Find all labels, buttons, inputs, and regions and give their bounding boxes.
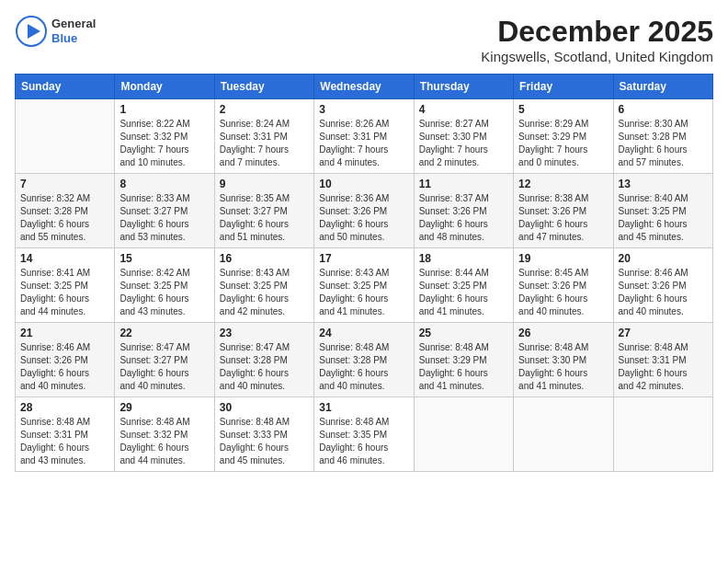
day-number: 17 (319, 252, 408, 265)
calendar-cell: 29Sunrise: 8:48 AM Sunset: 3:32 PM Dayli… (115, 397, 214, 472)
calendar-cell: 9Sunrise: 8:35 AM Sunset: 3:27 PM Daylig… (214, 174, 313, 248)
calendar-cell: 12Sunrise: 8:38 AM Sunset: 3:26 PM Dayli… (514, 174, 613, 248)
calendar-cell: 19Sunrise: 8:45 AM Sunset: 3:26 PM Dayli… (514, 248, 613, 323)
day-number: 7 (20, 178, 109, 190)
day-number: 25 (419, 327, 508, 339)
calendar-header-row: SundayMondayTuesdayWednesdayThursdayFrid… (16, 75, 713, 99)
svg-marker-1 (28, 24, 40, 39)
day-info: Sunrise: 8:48 AM Sunset: 3:28 PM Dayligh… (319, 341, 408, 393)
calendar-cell: 18Sunrise: 8:44 AM Sunset: 3:25 PM Dayli… (414, 248, 513, 323)
weekday-header: Thursday (414, 75, 513, 99)
calendar-cell: 27Sunrise: 8:48 AM Sunset: 3:31 PM Dayli… (613, 323, 712, 397)
day-number: 13 (619, 178, 708, 190)
calendar-cell: 14Sunrise: 8:41 AM Sunset: 3:25 PM Dayli… (16, 248, 115, 323)
day-number: 23 (220, 327, 309, 339)
weekday-header: Tuesday (214, 75, 313, 99)
calendar-cell: 16Sunrise: 8:43 AM Sunset: 3:25 PM Dayli… (214, 248, 313, 323)
calendar-cell: 3Sunrise: 8:26 AM Sunset: 3:31 PM Daylig… (314, 99, 414, 174)
day-number: 31 (319, 401, 408, 414)
calendar-cell: 11Sunrise: 8:37 AM Sunset: 3:26 PM Dayli… (414, 174, 513, 248)
calendar-cell: 7Sunrise: 8:32 AM Sunset: 3:28 PM Daylig… (16, 174, 115, 248)
calendar-cell: 6Sunrise: 8:30 AM Sunset: 3:28 PM Daylig… (613, 99, 712, 174)
day-number: 22 (119, 327, 209, 339)
weekday-header: Sunday (16, 75, 115, 99)
day-number: 6 (619, 103, 708, 116)
calendar-week-row: 1Sunrise: 8:22 AM Sunset: 3:32 PM Daylig… (16, 99, 713, 174)
day-info: Sunrise: 8:41 AM Sunset: 3:25 PM Dayligh… (20, 267, 109, 318)
day-info: Sunrise: 8:38 AM Sunset: 3:26 PM Dayligh… (518, 192, 608, 244)
day-number: 19 (518, 252, 608, 265)
day-info: Sunrise: 8:48 AM Sunset: 3:35 PM Dayligh… (319, 416, 408, 467)
day-number: 26 (518, 327, 608, 339)
calendar-cell: 31Sunrise: 8:48 AM Sunset: 3:35 PM Dayli… (314, 397, 414, 472)
day-number: 12 (518, 178, 608, 190)
day-info: Sunrise: 8:36 AM Sunset: 3:26 PM Dayligh… (319, 192, 408, 244)
month-title: December 2025 (481, 15, 713, 49)
day-number: 14 (20, 252, 109, 265)
weekday-header: Friday (514, 75, 613, 99)
day-info: Sunrise: 8:26 AM Sunset: 3:31 PM Dayligh… (319, 118, 408, 169)
day-info: Sunrise: 8:29 AM Sunset: 3:29 PM Dayligh… (518, 118, 608, 169)
day-info: Sunrise: 8:37 AM Sunset: 3:26 PM Dayligh… (419, 192, 508, 244)
day-number: 20 (619, 252, 708, 265)
day-info: Sunrise: 8:46 AM Sunset: 3:26 PM Dayligh… (619, 267, 708, 318)
calendar-week-row: 21Sunrise: 8:46 AM Sunset: 3:26 PM Dayli… (16, 323, 713, 397)
calendar-cell: 21Sunrise: 8:46 AM Sunset: 3:26 PM Dayli… (16, 323, 115, 397)
day-number: 1 (119, 103, 209, 116)
day-info: Sunrise: 8:32 AM Sunset: 3:28 PM Dayligh… (20, 192, 109, 244)
day-info: Sunrise: 8:47 AM Sunset: 3:28 PM Dayligh… (220, 341, 309, 393)
title-block: December 2025 Kingswells, Scotland, Unit… (481, 15, 713, 64)
calendar-cell (16, 99, 115, 174)
calendar-cell: 4Sunrise: 8:27 AM Sunset: 3:30 PM Daylig… (414, 99, 513, 174)
day-number: 8 (119, 178, 209, 190)
day-info: Sunrise: 8:48 AM Sunset: 3:31 PM Dayligh… (20, 416, 109, 467)
day-info: Sunrise: 8:45 AM Sunset: 3:26 PM Dayligh… (518, 267, 608, 318)
day-info: Sunrise: 8:43 AM Sunset: 3:25 PM Dayligh… (220, 267, 309, 318)
day-number: 29 (119, 401, 209, 414)
day-number: 2 (220, 103, 309, 116)
calendar-cell: 22Sunrise: 8:47 AM Sunset: 3:27 PM Dayli… (115, 323, 214, 397)
calendar-week-row: 14Sunrise: 8:41 AM Sunset: 3:25 PM Dayli… (16, 248, 713, 323)
calendar-cell: 17Sunrise: 8:43 AM Sunset: 3:25 PM Dayli… (314, 248, 414, 323)
day-info: Sunrise: 8:30 AM Sunset: 3:28 PM Dayligh… (619, 118, 708, 169)
day-number: 11 (419, 178, 508, 190)
calendar-cell: 15Sunrise: 8:42 AM Sunset: 3:25 PM Dayli… (115, 248, 214, 323)
day-number: 5 (518, 103, 608, 116)
calendar-cell: 23Sunrise: 8:47 AM Sunset: 3:28 PM Dayli… (214, 323, 313, 397)
calendar-cell (613, 397, 712, 472)
day-info: Sunrise: 8:46 AM Sunset: 3:26 PM Dayligh… (20, 341, 109, 393)
day-number: 9 (220, 178, 309, 190)
calendar-cell: 2Sunrise: 8:24 AM Sunset: 3:31 PM Daylig… (214, 99, 313, 174)
day-info: Sunrise: 8:33 AM Sunset: 3:27 PM Dayligh… (119, 192, 209, 244)
day-info: Sunrise: 8:24 AM Sunset: 3:31 PM Dayligh… (220, 118, 309, 169)
day-number: 16 (220, 252, 309, 265)
day-info: Sunrise: 8:48 AM Sunset: 3:33 PM Dayligh… (220, 416, 309, 467)
day-number: 24 (319, 327, 408, 339)
location-title: Kingswells, Scotland, United Kingdom (481, 49, 713, 64)
day-number: 21 (20, 327, 109, 339)
calendar-cell: 5Sunrise: 8:29 AM Sunset: 3:29 PM Daylig… (514, 99, 613, 174)
calendar-table: SundayMondayTuesdayWednesdayThursdayFrid… (15, 74, 713, 472)
day-info: Sunrise: 8:47 AM Sunset: 3:27 PM Dayligh… (119, 341, 209, 393)
calendar-cell: 30Sunrise: 8:48 AM Sunset: 3:33 PM Dayli… (214, 397, 313, 472)
calendar-cell (414, 397, 513, 472)
day-info: Sunrise: 8:48 AM Sunset: 3:29 PM Dayligh… (419, 341, 508, 393)
calendar-week-row: 28Sunrise: 8:48 AM Sunset: 3:31 PM Dayli… (16, 397, 713, 472)
day-info: Sunrise: 8:40 AM Sunset: 3:25 PM Dayligh… (619, 192, 708, 244)
logo-text: General Blue (51, 17, 96, 45)
day-info: Sunrise: 8:43 AM Sunset: 3:25 PM Dayligh… (319, 267, 408, 318)
weekday-header: Monday (115, 75, 214, 99)
day-number: 27 (619, 327, 708, 339)
calendar-cell: 8Sunrise: 8:33 AM Sunset: 3:27 PM Daylig… (115, 174, 214, 248)
day-number: 28 (20, 401, 109, 414)
calendar-cell: 28Sunrise: 8:48 AM Sunset: 3:31 PM Dayli… (16, 397, 115, 472)
day-info: Sunrise: 8:48 AM Sunset: 3:30 PM Dayligh… (518, 341, 608, 393)
day-info: Sunrise: 8:44 AM Sunset: 3:25 PM Dayligh… (419, 267, 508, 318)
day-number: 15 (119, 252, 209, 265)
calendar-cell: 13Sunrise: 8:40 AM Sunset: 3:25 PM Dayli… (613, 174, 712, 248)
calendar-week-row: 7Sunrise: 8:32 AM Sunset: 3:28 PM Daylig… (16, 174, 713, 248)
day-number: 18 (419, 252, 508, 265)
calendar-cell: 1Sunrise: 8:22 AM Sunset: 3:32 PM Daylig… (115, 99, 214, 174)
weekday-header: Saturday (613, 75, 712, 99)
day-number: 10 (319, 178, 408, 190)
